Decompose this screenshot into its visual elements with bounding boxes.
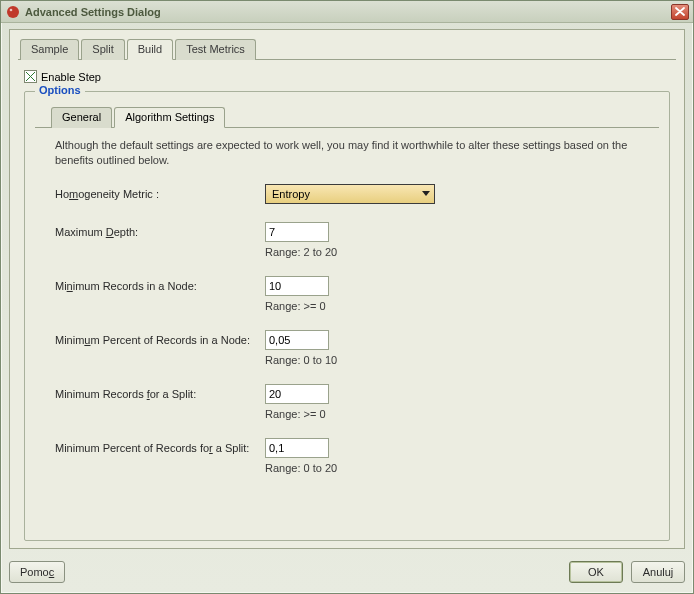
ok-button[interactable]: OK — [569, 561, 623, 583]
row-min-records-node: Minimum Records in a Node: Range: >= 0 — [55, 276, 645, 312]
homogeneity-value: Entropy — [272, 188, 310, 200]
row-max-depth: Maximum Depth: Range: 2 to 20 — [55, 222, 645, 258]
tab-general[interactable]: General — [51, 107, 112, 128]
app-icon — [5, 4, 21, 20]
tab-panel-build: Enable Step Options General Algorithm Se… — [18, 59, 676, 547]
min-records-node-range: Range: >= 0 — [265, 300, 329, 312]
label-min-records-node: Minimum Records in a Node: — [55, 276, 265, 292]
window-title: Advanced Settings Dialog — [25, 6, 671, 18]
main-tabs: Sample Split Build Test Metrics — [20, 38, 676, 59]
options-fieldset: Options General Algorithm Settings Altho… — [24, 91, 670, 541]
content-area: Sample Split Build Test Metrics Enable S… — [9, 29, 685, 549]
label-max-depth: Maximum Depth: — [55, 222, 265, 238]
titlebar: Advanced Settings Dialog — [1, 1, 693, 23]
cancel-button[interactable]: Anuluj — [631, 561, 685, 583]
tab-split[interactable]: Split — [81, 39, 124, 60]
panel-description: Although the default settings are expect… — [55, 138, 645, 168]
min-percent-node-range: Range: 0 to 10 — [265, 354, 337, 366]
tab-sample[interactable]: Sample — [20, 39, 79, 60]
enable-step-checkbox[interactable] — [24, 70, 37, 83]
options-tabs: General Algorithm Settings — [51, 106, 659, 127]
tab-test-metrics[interactable]: Test Metrics — [175, 39, 256, 60]
label-homogeneity: Homogeneity Metric : — [55, 184, 265, 200]
enable-step-label[interactable]: Enable Step — [41, 71, 101, 83]
chevron-down-icon — [422, 191, 430, 196]
max-depth-range: Range: 2 to 20 — [265, 246, 337, 258]
label-min-records-split: Minimum Records for a Split: — [55, 384, 265, 400]
row-min-records-split: Minimum Records for a Split: Range: >= 0 — [55, 384, 645, 420]
algorithm-panel: Although the default settings are expect… — [35, 127, 659, 502]
min-percent-split-range: Range: 0 to 20 — [265, 462, 337, 474]
min-records-node-input[interactable] — [265, 276, 329, 296]
row-homogeneity: Homogeneity Metric : Entropy — [55, 184, 645, 204]
label-min-percent-node: Minimum Percent of Records in a Node: — [55, 330, 265, 346]
min-records-split-range: Range: >= 0 — [265, 408, 329, 420]
row-min-percent-split: Minimum Percent of Records for a Split: … — [55, 438, 645, 474]
dialog-footer: Pomoc OK Anuluj — [9, 561, 685, 583]
enable-step-row: Enable Step — [24, 70, 670, 83]
min-records-split-input[interactable] — [265, 384, 329, 404]
max-depth-input[interactable] — [265, 222, 329, 242]
svg-point-0 — [7, 6, 19, 18]
min-percent-split-input[interactable] — [265, 438, 329, 458]
tab-algorithm-settings[interactable]: Algorithm Settings — [114, 107, 225, 128]
min-percent-node-input[interactable] — [265, 330, 329, 350]
close-button[interactable] — [671, 4, 689, 20]
homogeneity-dropdown[interactable]: Entropy — [265, 184, 435, 204]
tab-build[interactable]: Build — [127, 39, 173, 60]
options-legend: Options — [35, 84, 85, 96]
dialog-window: Advanced Settings Dialog Sample Split Bu… — [0, 0, 694, 594]
svg-point-1 — [10, 8, 13, 11]
label-min-percent-split: Minimum Percent of Records for a Split: — [55, 438, 265, 454]
help-button[interactable]: Pomoc — [9, 561, 65, 583]
row-min-percent-node: Minimum Percent of Records in a Node: Ra… — [55, 330, 645, 366]
